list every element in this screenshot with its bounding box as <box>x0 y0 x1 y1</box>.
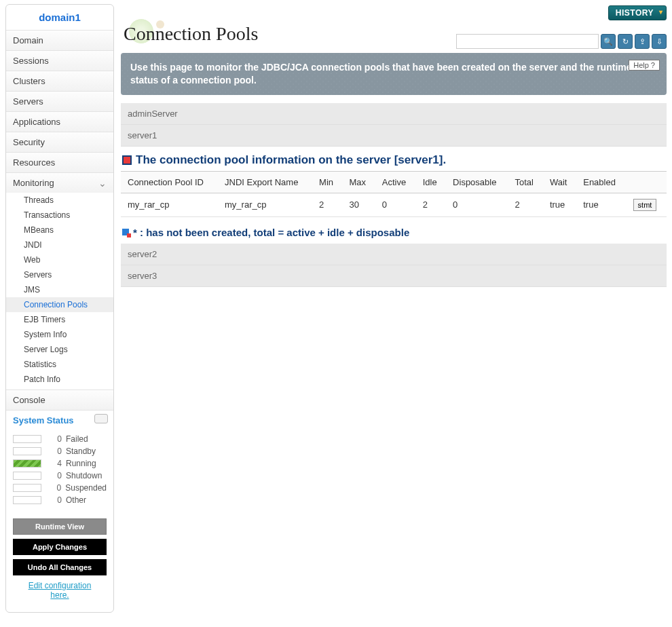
status-row-suspended: 0Suspended <box>6 482 113 494</box>
sidebar-item-monitoring[interactable]: Monitoring <box>6 172 113 193</box>
status-swatch-icon <box>13 435 41 443</box>
table-cell: 30 <box>342 193 375 216</box>
status-swatch-icon <box>13 472 41 480</box>
status-row-running: 4Running <box>6 457 113 470</box>
status-swatch-icon <box>13 484 41 492</box>
info-text: Use this page to monitor the JDBC/JCA co… <box>130 62 632 86</box>
column-header: Wait <box>543 171 576 193</box>
connection-pool-table: Connection Pool IDJNDI Export NameMinMax… <box>121 171 667 217</box>
section-bullet-icon <box>122 155 132 165</box>
column-header: JNDI Export Name <box>218 171 312 193</box>
info-panel: Use this page to monitor the JDBC/JCA co… <box>121 53 667 95</box>
table-row: my_rar_cpmy_rar_cp2300202truetruestmt <box>121 193 667 216</box>
sidebar-item-security[interactable]: Security <box>6 132 113 152</box>
sidebar-item-servers[interactable]: Servers <box>6 91 113 111</box>
table-cell: my_rar_cp <box>121 193 218 216</box>
status-count: 0 <box>48 495 62 505</box>
status-swatch-icon <box>13 447 41 455</box>
sidebar-subitem-web[interactable]: Web <box>6 252 113 267</box>
status-count: 0 <box>48 471 62 480</box>
sidebar: domain1 DomainSessionsClustersServersApp… <box>5 4 114 613</box>
sidebar-subitem-jndi[interactable]: JNDI <box>6 238 113 252</box>
table-cell: 2 <box>312 193 342 216</box>
sidebar-item-console[interactable]: Console <box>6 390 113 410</box>
sidebar-item-sessions[interactable]: Sessions <box>6 50 113 71</box>
domain-title[interactable]: domain1 <box>6 5 113 30</box>
table-cell: 0 <box>446 193 508 216</box>
sidebar-subitem-transactions[interactable]: Transactions <box>6 208 113 223</box>
table-cell: 0 <box>375 193 416 216</box>
help-button[interactable]: Help ? <box>629 60 660 71</box>
sidebar-subitem-ejb-timers[interactable]: EJB Timers <box>6 312 113 327</box>
sidebar-subitem-patch-info[interactable]: Patch Info <box>6 372 113 387</box>
table-cell: 2 <box>508 193 542 216</box>
status-row-standby: 0Standby <box>6 445 113 457</box>
server-row-server2[interactable]: server2 <box>121 244 667 265</box>
table-note: * : has not been created, total = active… <box>121 217 667 244</box>
main-content: HISTORY Connection Pools 🔍 ↻ ⇪ ⇩ Use thi… <box>118 0 672 617</box>
note-text: * : has not been created, total = active… <box>133 227 409 238</box>
server-row-server3[interactable]: server3 <box>121 265 667 287</box>
page-title: Connection Pools <box>121 23 667 45</box>
status-label: Suspended <box>65 483 107 493</box>
status-label: Shutdown <box>66 471 102 480</box>
table-cell-action: stmt <box>627 193 667 216</box>
sidebar-subitem-server-logs[interactable]: Server Logs <box>6 342 113 357</box>
status-row-shutdown: 0Shutdown <box>6 470 113 482</box>
sidebar-subitem-system-info[interactable]: System Info <box>6 327 113 342</box>
system-status-heading: System Status <box>6 410 113 430</box>
system-status-label: System Status <box>13 415 74 425</box>
status-count: 0 <box>48 446 62 456</box>
column-header: Max <box>342 171 375 193</box>
sidebar-item-applications[interactable]: Applications <box>6 111 113 132</box>
table-cell: 2 <box>416 193 446 216</box>
apply-changes-button[interactable]: Apply Changes <box>13 539 107 555</box>
column-header: Enabled <box>576 171 626 193</box>
column-header: Idle <box>416 171 446 193</box>
runtime-view-button[interactable]: Runtime View <box>13 518 107 535</box>
status-label: Failed <box>66 434 88 444</box>
status-swatch-icon <box>13 496 41 504</box>
sidebar-item-clusters[interactable]: Clusters <box>6 71 113 91</box>
undo-all-changes-button[interactable]: Undo All Changes <box>13 559 107 575</box>
table-cell: true <box>543 193 576 216</box>
sidebar-subitem-connection-pools[interactable]: Connection Pools <box>6 297 113 312</box>
column-header: Active <box>375 171 416 193</box>
column-header: Connection Pool ID <box>121 171 218 193</box>
edit-configuration-link[interactable]: Edit configuration here. <box>13 580 107 605</box>
status-label: Other <box>66 495 86 505</box>
table-cell: my_rar_cp <box>218 193 312 216</box>
table-cell: true <box>576 193 626 216</box>
status-indicator-icon <box>94 414 108 423</box>
status-count: 4 <box>48 459 62 468</box>
status-count: 0 <box>48 483 62 493</box>
status-row-failed: 0Failed <box>6 433 113 445</box>
section-title-text: The connection pool information on the s… <box>136 153 446 167</box>
topbar: HISTORY <box>121 5 667 20</box>
server-row-server1[interactable]: server1 <box>121 125 667 147</box>
server-row-adminserver[interactable]: adminServer <box>121 103 667 125</box>
sidebar-subitem-jms[interactable]: JMS <box>6 282 113 297</box>
sidebar-item-resources[interactable]: Resources <box>6 152 113 172</box>
sidebar-subitem-mbeans[interactable]: MBeans <box>6 223 113 238</box>
status-row-other: 0Other <box>6 494 113 506</box>
column-header: Total <box>508 171 542 193</box>
column-header: Min <box>312 171 342 193</box>
history-button[interactable]: HISTORY <box>608 5 667 20</box>
sidebar-subitem-servers[interactable]: Servers <box>6 267 113 282</box>
status-swatch-icon <box>13 459 41 468</box>
section-heading: The connection pool information on the s… <box>121 147 667 171</box>
column-header <box>627 171 667 193</box>
status-label: Standby <box>66 446 96 456</box>
sidebar-subitem-statistics[interactable]: Statistics <box>6 357 113 372</box>
sidebar-subitem-threads[interactable]: Threads <box>6 193 113 208</box>
sidebar-item-domain[interactable]: Domain <box>6 30 113 50</box>
column-header: Disposable <box>446 171 508 193</box>
status-label: Running <box>66 459 96 468</box>
stmt-button[interactable]: stmt <box>633 199 657 211</box>
note-bullet-icon <box>122 229 129 235</box>
status-count: 0 <box>48 434 62 444</box>
